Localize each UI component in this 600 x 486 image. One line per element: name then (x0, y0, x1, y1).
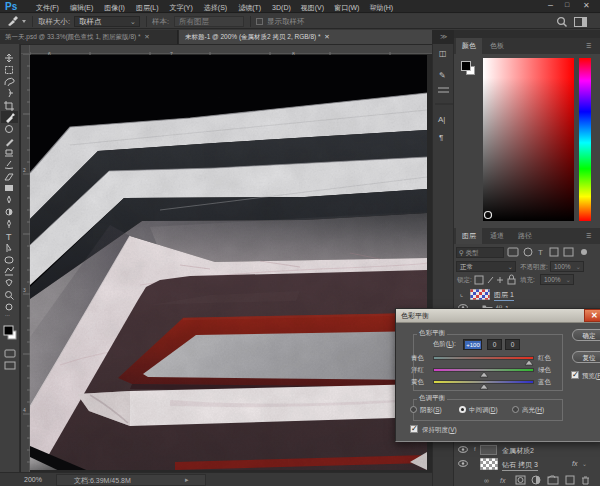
svg-text:3: 3 (23, 287, 26, 293)
svg-text:✎: ✎ (439, 71, 446, 80)
svg-text:∞: ∞ (484, 477, 489, 484)
svg-text:¶: ¶ (439, 133, 443, 142)
svg-text:◫: ◫ (439, 49, 447, 58)
svg-text:T: T (6, 232, 12, 242)
svg-text:T: T (538, 248, 543, 257)
svg-text:fx: fx (500, 477, 506, 484)
svg-text:...: ... (5, 311, 10, 317)
svg-text:4: 4 (23, 407, 26, 413)
svg-text:2: 2 (23, 167, 26, 173)
svg-text:A|: A| (438, 115, 445, 124)
